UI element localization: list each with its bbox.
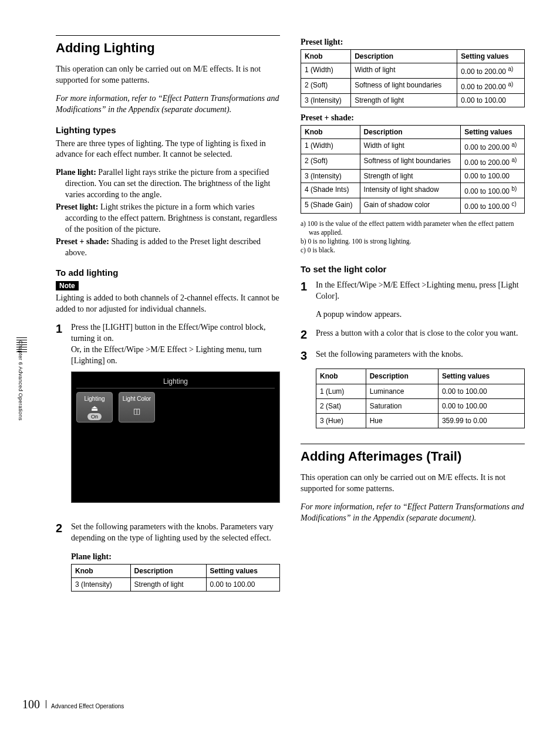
step-number: 1 <box>56 322 71 335</box>
two-column-layout: Adding Lighting This operation can only … <box>56 35 525 597</box>
table-row: 2 (Soft)Softness of light boundaries0.00… <box>301 154 525 170</box>
cell-knob: 3 (Intensity) <box>301 170 360 183</box>
cell-desc: Softness of light boundaries <box>360 154 461 170</box>
cell-values: 0.00 to 100.00 <box>461 170 525 183</box>
cell-knob: 5 (Shade Gain) <box>301 198 360 214</box>
cell-values: 0.00 to 100.00 <box>438 384 524 398</box>
side-chapter-tab: Chapter 6 Advanced Operations <box>18 340 23 421</box>
step-number: 3 <box>301 349 316 362</box>
cell-values: 0.00 to 100.00 <box>206 577 279 591</box>
plane-light-table: Knob Description Setting values 3 (Inten… <box>71 564 280 592</box>
cell-desc: Width of light <box>360 139 461 154</box>
step-text-alt: Or, in the Effect/Wipe >M/E Effect > Lig… <box>71 345 262 365</box>
cell-desc: Strength of light <box>360 170 461 183</box>
table-caption-plane: Plane light: <box>71 552 280 562</box>
step-body: Press the [LIGHT] button in the Effect/W… <box>71 322 280 513</box>
ui-button-label: Lighting <box>84 395 104 403</box>
th-values: Setting values <box>461 126 525 139</box>
section-title-afterimages: Adding Afterimages (Trail) <box>301 449 525 464</box>
cross-reference-note: For more information, refer to “Effect P… <box>301 502 525 524</box>
table-row: 1 (Width)Width of light0.00 to 200.00 a) <box>301 63 525 79</box>
cell-values: 359.99 to 0.00 <box>438 413 524 428</box>
cell-values: 0.00 to 100.00 b) <box>461 183 525 198</box>
step-3: 3 Set the following parameters with the … <box>301 349 525 434</box>
footnote-ref: a) <box>508 81 513 87</box>
th-knob: Knob <box>301 50 351 63</box>
section-rule <box>301 444 525 444</box>
step-body: Set the following parameters with the kn… <box>71 522 280 544</box>
cell-values: 0.00 to 200.00 a) <box>461 139 525 154</box>
table-row: 3 (Hue)Hue359.99 to 0.00 <box>316 413 525 428</box>
cross-reference-note: For more information, refer to “Effect P… <box>56 93 280 116</box>
step-result: A popup window appears. <box>316 309 525 320</box>
preset-light-table: Knob Description Setting values 1 (Width… <box>301 49 525 107</box>
footnote-a: a) 100 is the value of the effect patter… <box>301 219 525 237</box>
cell-values: 0.00 to 200.00 a) <box>461 154 525 170</box>
def-preset-light: Preset light: Light strikes the picture … <box>56 202 280 235</box>
footnote-ref: b) <box>511 185 517 192</box>
step-number: 2 <box>301 328 316 341</box>
th-knob: Knob <box>72 564 131 577</box>
cell-knob: 1 (Width) <box>301 63 351 79</box>
table-row: 1 (Lum)Luminance0.00 to 100.00 <box>316 384 525 398</box>
cell-knob: 2 (Soft) <box>301 79 351 94</box>
cell-desc: Hue <box>366 413 438 428</box>
cell-values: 0.00 to 100.00 <box>457 94 525 107</box>
preset-shade-table: Knob Description Setting values 1 (Width… <box>301 125 525 214</box>
table-row: 5 (Shade Gain)Gain of shadow color0.00 t… <box>301 198 525 214</box>
section-rule <box>56 35 280 36</box>
popup-icon: ◫ <box>133 406 140 417</box>
plane-light-table-wrap: Plane light: Knob Description Setting va… <box>56 552 280 592</box>
ui-panel-title: Lighting <box>76 377 275 388</box>
lighting-types-heading: Lighting types <box>56 125 280 135</box>
light-color-steps: 1 In the Effect/Wipe >M/E Effect >Lighti… <box>301 280 525 434</box>
ui-button-row: Lighting ⏏ On Light Color ◫ <box>76 392 275 498</box>
table-header-row: Knob Description Setting values <box>316 369 525 384</box>
light-color-table: Knob Description Setting values 1 (Lum)L… <box>316 369 525 428</box>
table-row: 1 (Width)Width of light0.00 to 200.00 a) <box>301 139 525 154</box>
def-preset-shade: Preset + shade: Shading is added to the … <box>56 236 280 259</box>
step-2: 2 Press a button with a color that is cl… <box>301 328 525 341</box>
table-header-row: Knob Description Setting values <box>301 50 525 63</box>
step-number: 2 <box>56 522 71 535</box>
cell-desc: Softness of light boundaries <box>351 79 457 94</box>
add-lighting-steps: 1 Press the [LIGHT] button in the Effect… <box>56 322 280 544</box>
th-values: Setting values <box>438 369 524 384</box>
footnote-b: b) 0 is no lighting. 100 is strong light… <box>301 237 525 246</box>
table-row: 3 (Intensity)Strength of light0.00 to 10… <box>301 170 525 183</box>
light-color-button[interactable]: Light Color ◫ <box>119 392 155 423</box>
def-desc: Parallel light rays strike the picture f… <box>65 168 270 199</box>
footnotes: a) 100 is the value of the effect patter… <box>301 219 525 255</box>
cell-knob: 1 (Width) <box>301 139 360 154</box>
light-color-heading: To set the light color <box>301 264 525 274</box>
section-title-adding-lighting: Adding Lighting <box>56 40 280 56</box>
lighting-definitions: Plane light: Parallel light rays strike … <box>56 167 280 258</box>
lighting-menu-screenshot: Lighting Lighting ⏏ On Light Color ◫ <box>71 371 280 503</box>
lighting-button[interactable]: Lighting ⏏ On <box>76 392 113 423</box>
cell-desc: Strength of light <box>130 577 206 591</box>
cell-desc: Gain of shadow color <box>360 198 461 214</box>
th-desc: Description <box>366 369 438 384</box>
afterimages-intro: This operation can only be carried out o… <box>301 472 525 495</box>
step-1: 1 In the Effect/Wipe >M/E Effect >Lighti… <box>301 280 525 320</box>
table-row: 2 (Sat)Saturation0.00 to 100.00 <box>316 398 525 413</box>
lighting-types-intro: There are three types of lighting. The t… <box>56 138 280 161</box>
cell-knob: 3 (Hue) <box>316 413 366 428</box>
cell-knob: 3 (Intensity) <box>301 94 351 107</box>
cell-knob: 4 (Shade Ints) <box>301 183 360 198</box>
page-footer: 100 Advanced Effect Operations <box>22 698 124 711</box>
step-text: Press the [LIGHT] button in the Effect/W… <box>71 323 266 343</box>
cell-desc: Strength of light <box>351 94 457 107</box>
cell-knob: 1 (Lum) <box>316 384 366 398</box>
cell-desc: Luminance <box>366 384 438 398</box>
footer-section-name: Advanced Effect Operations <box>51 703 124 709</box>
note-badge: Note <box>56 281 79 290</box>
step-body: Set the following parameters with the kn… <box>316 349 525 434</box>
cell-knob: 3 (Intensity) <box>72 577 131 591</box>
cell-values: 0.00 to 200.00 a) <box>457 63 525 79</box>
table-row: 3 (Intensity) Strength of light 0.00 to … <box>72 577 280 591</box>
right-column: Preset light: Knob Description Setting v… <box>301 35 525 597</box>
footnote-ref: a) <box>511 157 517 163</box>
th-knob: Knob <box>316 369 366 384</box>
footnote-ref: a) <box>508 66 513 72</box>
